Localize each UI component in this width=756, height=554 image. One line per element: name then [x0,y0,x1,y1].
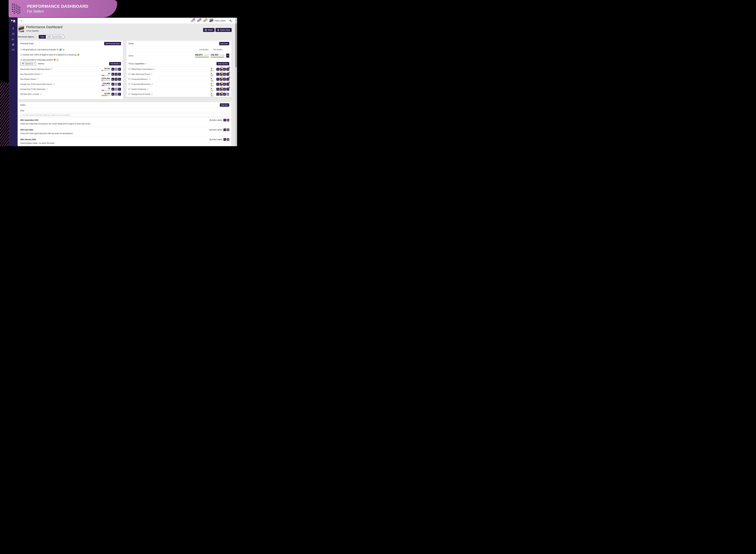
capability-search-button[interactable] [216,88,219,91]
delete-note-button[interactable] [227,138,229,141]
edit-note-button[interactable]: ✎ [224,138,226,141]
calculator-icon [205,29,207,31]
capability-search-button[interactable] [216,93,219,96]
capability-actions-button[interactable] [226,83,229,86]
scrollbar-thumb[interactable] [235,23,237,67]
metric-row: Win Rate (Won v Closed)ⓘ 12.4% [20,92,121,97]
show-by-area-button[interactable]: Show By Area [216,62,229,65]
capability-actions-button[interactable] [226,78,229,81]
capability-add-button[interactable] [223,83,226,86]
info-icon[interactable]: ⓘ [153,68,155,70]
endorsements-button[interactable]: 2 [203,19,206,22]
team-button[interactable]: 5 [197,19,200,22]
model-button[interactable]: Model [203,28,214,32]
scrollbar[interactable]: ▲ [235,18,237,146]
metric-source-dropdown[interactable]: Salesforce ▾ [20,62,36,65]
info-icon[interactable]: ⓘ [149,78,150,80]
info-icon[interactable]: ⓘ [53,83,54,86]
metric-breakdown-button[interactable] [115,68,118,71]
salesforce-cloud-icon [22,63,24,65]
metrics-panel: Salesforce ▾ Metrics This Month ▾ Opport… [18,61,123,99]
scroll-up-icon[interactable]: ▲ [235,18,237,21]
user-menu[interactable]: Kate Lawton [209,19,226,22]
metric-breakdown-button[interactable] [115,93,118,96]
metric-trend-button[interactable] [112,88,114,91]
metric-breakdown-button[interactable] [115,83,118,86]
capability-add-button[interactable] [223,78,226,81]
add-note-button[interactable]: Add Note [220,103,229,107]
sidebar-item-video[interactable] [9,47,17,52]
quick-jump-button[interactable]: Quick Jump [215,28,232,32]
edit-note-button[interactable]: ✎ [224,128,226,131]
metric-trend-button[interactable] [112,73,114,76]
info-icon[interactable]: ⓘ [151,73,152,75]
seller-name: Annie Appleby [26,30,62,32]
metric-play-button[interactable] [118,73,121,76]
capability-add-button[interactable] [223,88,226,91]
info-icon[interactable]: ⓘ [35,36,37,38]
metric-trend-button[interactable] [112,78,114,81]
quota-this-bar [211,57,225,58]
capability-trend-button[interactable] [220,68,223,71]
metric-trend-button[interactable] [112,83,114,86]
info-icon[interactable]: ⓘ [145,62,147,65]
capability-score: 3 [211,72,212,75]
metric-play-button[interactable] [118,78,121,81]
notes-filter-input[interactable] [20,113,229,117]
benchmark-team-tab[interactable]: Team [39,35,46,39]
plus-circle-icon [224,78,226,80]
metric-play-button[interactable] [118,83,121,86]
capability-score: 2 [211,82,212,85]
metric-trend-button[interactable] [112,93,114,96]
capability-actions-button[interactable] [226,73,229,76]
capability-actions-button[interactable] [226,88,229,91]
capability-actions-button[interactable] [226,93,229,96]
capability-search-button[interactable] [216,68,219,71]
capability-add-button[interactable] [223,93,226,96]
capability-add-button[interactable] [223,68,226,71]
delete-note-button[interactable] [227,119,229,121]
info-icon[interactable]: ⓘ [51,68,53,70]
edit-goals-button[interactable]: Edit Goals [219,42,229,45]
metric-period-dropdown[interactable]: This Month ▾ [109,62,121,65]
metric-row: New Opportunities Ownedⓘ 15 [20,71,121,76]
capability-search-button[interactable] [216,83,219,86]
info-icon[interactable]: ⓘ [40,93,42,95]
capability-actions-button[interactable] [226,68,229,71]
metric-play-button[interactable] [118,88,121,91]
metric-play-button[interactable] [118,93,121,96]
alerts-button[interactable]: 6 [191,19,194,22]
sidebar-item-dashboard[interactable] [9,31,17,37]
sidebar-item-academy[interactable] [9,42,17,47]
edit-personal-goals-button[interactable]: Edit Personal Goals [104,42,121,45]
capability-trend-button[interactable] [220,78,223,81]
sidebar-expand-button[interactable]: » [20,19,23,22]
capability-add-button[interactable] [223,73,226,76]
settings-button[interactable]: ⚙⚙ [229,19,232,22]
info-icon[interactable]: ⓘ [151,83,153,86]
metric-trend-button[interactable] [112,68,114,71]
info-icon[interactable]: ⓘ [46,88,48,90]
info-icon[interactable]: ⓘ [147,88,149,90]
filter-label: Filter [20,110,229,112]
capability-search-button[interactable] [216,78,219,81]
metric-breakdown-button[interactable] [115,73,118,76]
edit-quota-button[interactable]: ✎ [226,54,229,58]
sidebar-item-insights[interactable] [9,26,17,31]
sidebar-item-performance[interactable] [9,37,17,42]
info-icon[interactable]: ⓘ [37,78,38,80]
delete-note-button[interactable] [227,128,229,131]
info-icon[interactable]: ⓘ [41,73,42,75]
app-logo[interactable] [11,19,15,24]
capability-search-button[interactable] [216,73,219,76]
benchmark-role-tab[interactable]: Role - Account Exec [46,35,64,39]
edit-note-button[interactable]: ✎ [224,119,226,121]
metric-breakdown-button[interactable] [115,78,118,81]
metric-play-button[interactable] [118,68,121,71]
capability-trend-button[interactable] [220,73,223,76]
info-icon[interactable]: ⓘ [151,93,153,95]
capability-trend-button[interactable] [220,93,223,96]
capability-trend-button[interactable] [220,83,223,86]
metric-breakdown-button[interactable] [115,88,118,91]
capability-trend-button[interactable] [220,88,223,91]
